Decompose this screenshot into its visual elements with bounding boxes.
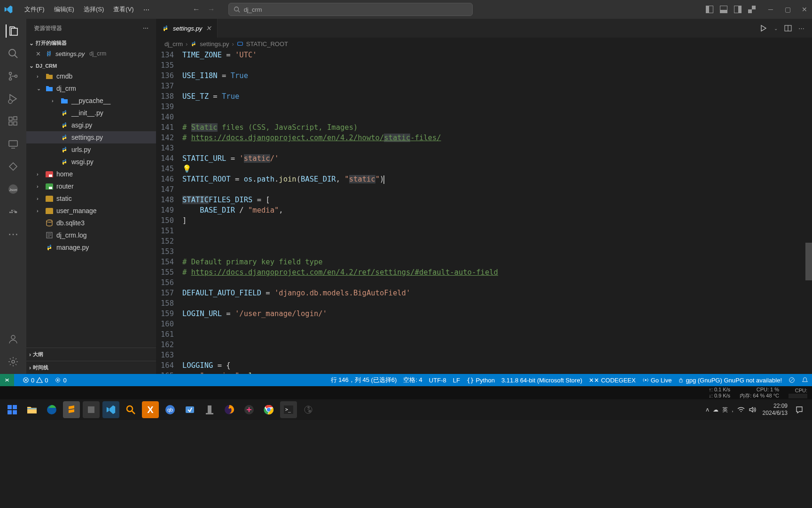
tray-ime2[interactable]: , [732,406,733,413]
menu-view[interactable]: 查看(V) [109,3,137,16]
status-ports[interactable]: 0 [55,377,66,384]
code-editor[interactable]: 1341351361371381391401411421431441451461… [156,50,812,374]
activity-explorer-icon[interactable] [6,24,20,38]
start-button[interactable] [4,401,21,418]
menu-more-icon[interactable]: ⋯ [140,4,153,15]
taskbar-edge-icon[interactable] [43,401,60,418]
status-cursor-pos[interactable]: 行 146，列 45 (已选择6) [331,376,397,384]
folder-djcrm[interactable]: ⌄dj_crm [26,82,156,95]
folder-router[interactable]: ›router [26,180,156,192]
window-close-icon[interactable]: ✕ [801,6,808,13]
file-wsgi[interactable]: wsgi.py [26,156,156,168]
activity-more-icon[interactable]: ⋯ [7,228,20,241]
sidebar-more-icon[interactable]: ⋯ [143,25,148,32]
customize-layout-icon[interactable] [748,6,756,13]
taskbar-obs-icon[interactable] [300,401,317,418]
taskbar-app1-icon[interactable] [83,401,100,418]
file-init[interactable]: __init__.py [26,107,156,119]
taskbar-app5-icon[interactable] [201,401,218,418]
tray-cloud-icon[interactable]: ☁ [713,406,718,413]
tray-chevron-icon[interactable]: ʌ [706,406,709,413]
editor-more-icon[interactable]: ⋯ [798,25,804,32]
taskbar-firefox-icon[interactable] [221,401,238,418]
status-python-env[interactable]: 3.11.8 64-bit (Microsoft Store) [501,377,582,384]
folder-static[interactable]: ›static [26,192,156,205]
tray-notifications-icon[interactable] [795,405,804,414]
activity-docker-icon[interactable] [7,205,20,218]
tab-settings[interactable]: settings.py ✕ [156,19,218,38]
command-center-search[interactable]: dj_crm [228,3,473,16]
run-icon[interactable] [760,24,767,32]
status-notifications-icon[interactable] [802,377,808,383]
file-settings[interactable]: settings.py [26,131,156,143]
tray-wifi-icon[interactable] [737,406,745,413]
folder-home[interactable]: ›home [26,168,156,180]
status-eol[interactable]: LF [453,377,460,384]
activity-account-icon[interactable] [7,333,20,346]
status-bar: 0 0 0 行 146，列 45 (已选择6) 空格: 4 UTF-8 LF {… [0,374,812,386]
folder-pycache[interactable]: ›__pycache__ [26,95,156,107]
status-language[interactable]: {} Python [467,377,495,384]
file-urls[interactable]: urls.py [26,143,156,156]
toggle-primary-sidebar-icon[interactable] [706,6,713,13]
toggle-panel-icon[interactable] [720,6,727,13]
activity-scm-icon[interactable] [7,70,20,83]
status-formatter-icon[interactable] [789,377,795,383]
run-dropdown-icon[interactable]: ⌄ [774,26,778,31]
file-manage[interactable]: manage.py [26,241,156,254]
tab-close-icon[interactable]: ✕ [206,24,211,32]
taskbar-sublime-icon[interactable] [63,401,80,418]
taskbar-app2-icon[interactable]: X [142,401,159,418]
scrollbar-thumb[interactable] [805,243,812,280]
activity-debug-icon[interactable] [7,92,20,105]
toggle-secondary-sidebar-icon[interactable] [734,6,742,13]
project-section[interactable]: ⌄DJ_CRM [26,62,156,70]
status-gpg[interactable]: gpg (GnuPG) GnuPG not available! [678,377,782,384]
tray-volume-icon[interactable] [749,406,756,413]
nav-forward-icon[interactable]: → [208,5,215,14]
activity-settings-icon[interactable] [7,355,20,368]
status-indentation[interactable]: 空格: 4 [403,376,422,384]
taskbar-vscode-icon[interactable] [102,401,119,418]
open-editors-section[interactable]: ⌄打开的编辑器 [26,39,156,48]
folder-usermanage[interactable]: ›user_manage [26,205,156,217]
window-minimize-icon[interactable]: ─ [767,6,774,13]
file-log[interactable]: dj_crm.log [26,229,156,241]
menu-file[interactable]: 文件(F) [21,3,48,16]
remote-indicator[interactable] [0,374,14,386]
activity-json-icon[interactable]: Json [7,183,20,196]
taskbar-app3-icon[interactable]: qb [162,401,179,418]
status-encoding[interactable]: UTF-8 [429,377,446,384]
taskbar-app6-icon[interactable] [241,401,258,418]
taskbar-app4-icon[interactable] [181,401,198,418]
activity-remote-icon[interactable] [7,137,20,151]
menu-selection[interactable]: 选择(S) [80,3,108,16]
activity-extensions-icon[interactable] [7,115,20,128]
status-codegeex[interactable]: ✕✕ CODEGEEX [589,377,636,384]
taskbar-clock[interactable]: 22:09 2024/6/13 [763,403,788,417]
taskbar-explorer-icon[interactable] [23,401,40,418]
activity-git-icon[interactable] [7,160,20,173]
file-asgi[interactable]: asgi.py [26,119,156,131]
code-content[interactable]: TIME_ZONE = 'UTC' USE_I18N = True USE_TZ… [182,50,812,374]
menu-edit[interactable]: 编辑(E) [50,3,78,16]
file-db[interactable]: db.sqlite3 [26,217,156,229]
split-editor-icon[interactable] [784,24,792,32]
system-tray[interactable]: ʌ ☁ 英 , [706,406,756,414]
timeline-section[interactable]: ›时间线 [26,361,156,374]
open-editor-item[interactable]: ✕ settings.py dj_crm [26,48,156,60]
folder-cmdb[interactable]: ›cmdb [26,70,156,82]
close-icon[interactable]: ✕ [36,50,42,57]
taskbar-everything-icon[interactable] [122,401,139,418]
outline-section[interactable]: ›大纲 [26,348,156,361]
lightbulb-icon[interactable]: 💡 [182,165,191,173]
status-golive[interactable]: Go Live [642,377,672,384]
status-errors[interactable]: 0 0 [23,377,48,384]
tray-ime1[interactable]: 英 [722,406,728,414]
breadcrumb[interactable]: dj_crm› settings.py› STATIC_ROOT [156,38,812,50]
taskbar-chrome-icon[interactable] [260,401,277,418]
taskbar-terminal-icon[interactable]: >_ [280,401,297,418]
activity-search-icon[interactable] [7,47,20,60]
window-maximize-icon[interactable]: ▢ [784,6,791,13]
nav-back-icon[interactable]: ← [193,5,200,14]
